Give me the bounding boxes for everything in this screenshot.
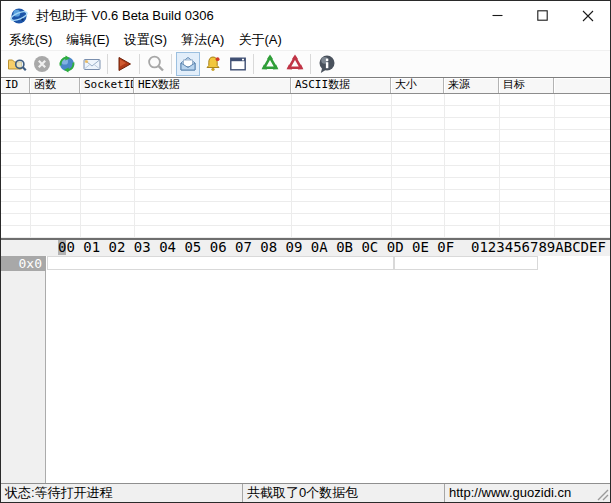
resize-grip-icon[interactable] (596, 488, 609, 501)
column-header-size[interactable]: 大小 (391, 78, 444, 93)
toolbar (1, 51, 610, 77)
minimize-button[interactable] (475, 1, 520, 30)
close-icon (582, 10, 594, 22)
clear-all-button[interactable] (283, 52, 307, 76)
toolbar-separator (253, 54, 254, 74)
refresh-button[interactable] (55, 52, 79, 76)
status-packet-count: 共截取了0个数据包 (243, 484, 444, 502)
menu-algorithm[interactable]: 算法(A) (174, 29, 231, 51)
search-icon (146, 54, 166, 74)
app-icon (10, 7, 28, 25)
status-website: http://www.guozidi.cn (445, 484, 610, 502)
alert-button[interactable] (201, 52, 225, 76)
column-header-asciidata[interactable]: ASCII数据 (291, 78, 391, 93)
hex-editor[interactable]: 00 01 02 03 04 05 06 07 08 09 0A 0B 0C 0… (1, 240, 610, 483)
toolbar-separator (310, 54, 311, 74)
packet-table-header: ID 函数 SocketID HEX数据 ASCII数据 大小 来源 目标 (1, 77, 610, 94)
column-header-filler (554, 78, 610, 93)
window-controls (475, 1, 610, 30)
open-process-button[interactable] (5, 52, 29, 76)
search-button[interactable] (144, 52, 168, 76)
packet-list[interactable] (1, 94, 610, 238)
recycle-red-icon (285, 54, 305, 74)
maximize-button[interactable] (520, 1, 565, 30)
status-bar: 状态:等待打开进程 共截取了0个数据包 http://www.guozidi.c… (1, 483, 610, 502)
column-header-source[interactable]: 来源 (444, 78, 499, 93)
refresh-orb-icon (57, 54, 77, 74)
recycle-green-icon (260, 54, 280, 74)
start-button[interactable] (112, 52, 136, 76)
about-globe-icon (317, 54, 337, 74)
column-header-hexdata[interactable]: HEX数据 (134, 78, 291, 93)
send-packet-button[interactable] (80, 52, 104, 76)
window-title: 封包助手 V0.6 Beta Build 0306 (36, 7, 214, 25)
app-window: 封包助手 V0.6 Beta Build 0306 系统(S) 编辑(E) 设置… (0, 0, 611, 503)
column-header-function[interactable]: 函数 (30, 78, 80, 93)
menu-edit[interactable]: 编辑(E) (59, 29, 116, 51)
status-state: 状态:等待打开进程 (1, 484, 242, 502)
hex-address-gutter (1, 256, 46, 483)
menu-about[interactable]: 关于(A) (231, 29, 288, 51)
menu-settings[interactable]: 设置(S) (117, 29, 174, 51)
hex-ascii-field[interactable] (394, 256, 538, 270)
menu-system[interactable]: 系统(S) (2, 29, 59, 51)
toolbar-separator (139, 54, 140, 74)
column-header-socketid[interactable]: SocketID (80, 78, 134, 93)
capture-mail-icon (178, 54, 198, 74)
alarm-bell-icon (203, 54, 223, 74)
stop-button[interactable] (30, 52, 54, 76)
stop-icon (32, 54, 52, 74)
hex-ruler-text: 0 01 02 03 04 05 06 07 08 09 0A 0B 0C 0D… (66, 240, 605, 255)
capture-toggle-button[interactable] (176, 52, 200, 76)
toolbar-separator (107, 54, 108, 74)
window-frame-icon (228, 54, 248, 74)
hex-column-ruler: 00 01 02 03 04 05 06 07 08 09 0A 0B 0C 0… (1, 240, 610, 256)
maximize-icon (537, 10, 548, 21)
send-mail-icon (82, 54, 102, 74)
clear-list-button[interactable] (258, 52, 282, 76)
toolbar-separator (171, 54, 172, 74)
column-header-id[interactable]: ID (1, 78, 30, 93)
minimize-icon (492, 10, 503, 21)
hex-address-label: 0x0 (1, 256, 46, 271)
about-button[interactable] (315, 52, 339, 76)
title-bar: 封包助手 V0.6 Beta Build 0306 (1, 1, 610, 30)
column-header-target[interactable]: 目标 (499, 78, 554, 93)
start-play-icon (114, 54, 134, 74)
new-window-button[interactable] (226, 52, 250, 76)
folder-search-icon (7, 54, 27, 74)
menu-bar: 系统(S) 编辑(E) 设置(S) 算法(A) 关于(A) (1, 30, 610, 51)
hex-bytes-field[interactable] (47, 256, 394, 270)
close-button[interactable] (565, 1, 610, 30)
